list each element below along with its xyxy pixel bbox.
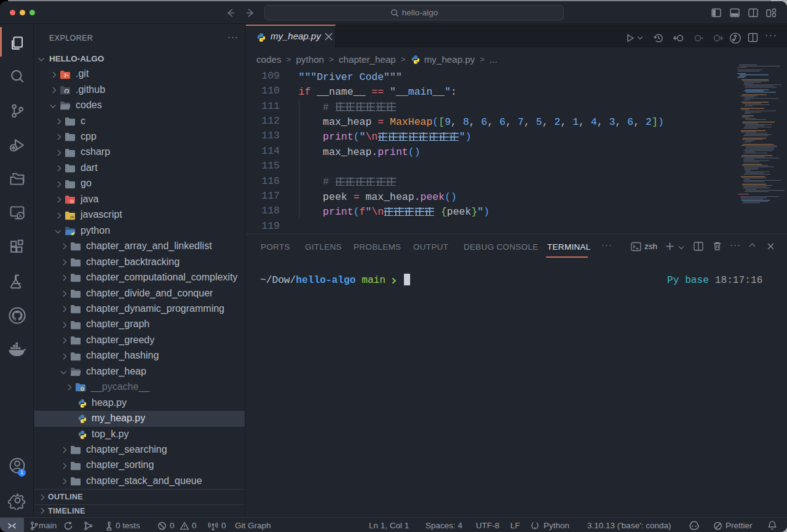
svg-text:JS: JS (69, 215, 74, 219)
